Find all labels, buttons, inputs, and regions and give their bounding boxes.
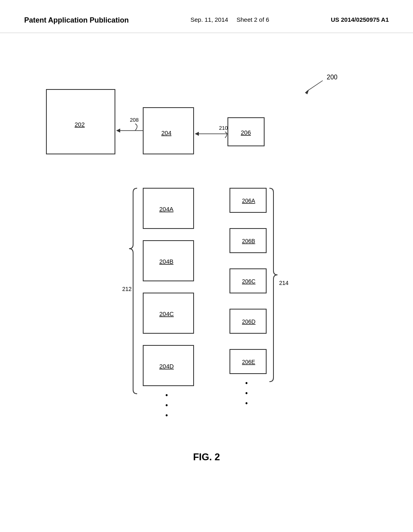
figure-label: FIG. 2 [193,451,220,462]
box-204d [143,345,194,386]
ref-210: 210 [219,125,228,131]
ellipsis-204: • [165,391,168,399]
label-206b: 206B [242,238,255,244]
box-202 [46,89,115,154]
publication-date-sheet: Sep. 11, 2014 Sheet 2 of 6 [190,16,269,23]
ref-200: 200 [327,74,338,81]
box-206 [228,118,264,146]
ellipsis-204-3: • [165,411,168,420]
publication-type: Patent Application Publication [24,16,129,25]
ellipsis-204-2: • [165,401,168,409]
box-206e [230,349,266,374]
ref-214: 214 [279,280,289,286]
label-204a: 204A [159,206,173,212]
label-204b: 204B [159,258,173,265]
box-206a [230,188,266,212]
box-206d [230,309,266,333]
svg-marker-1 [305,89,309,94]
label-206a: 206A [242,197,255,204]
label-206: 206 [241,129,251,136]
box-204b [143,241,194,281]
ellipsis-206: • [245,379,248,387]
label-206e: 206E [242,359,255,365]
ref-208: 208 [130,117,139,123]
page-header: Patent Application Publication Sep. 11, … [0,0,413,33]
ellipsis-206-2: • [245,389,248,397]
label-204: 204 [161,129,171,136]
ellipsis-206-3: • [245,399,248,407]
ref-212: 212 [122,286,132,292]
label-204c: 204C [159,310,174,317]
label-206c: 206C [242,278,255,285]
box-204a [143,188,194,229]
box-204c [143,293,194,333]
svg-marker-3 [116,129,120,133]
box-206c [230,269,266,293]
diagram-area: 200 202 204 206 208 210 212 214 [0,33,413,517]
label-206d: 206D [242,318,255,325]
svg-line-0 [307,81,323,91]
label-204d: 204D [159,363,174,370]
box-206b [230,229,266,253]
svg-marker-5 [195,132,199,136]
box-204 [143,108,194,154]
publication-number: US 2014/0250975 A1 [331,16,389,23]
label-202: 202 [75,121,85,128]
diagram-svg: 200 202 204 206 208 210 212 214 [0,33,413,517]
